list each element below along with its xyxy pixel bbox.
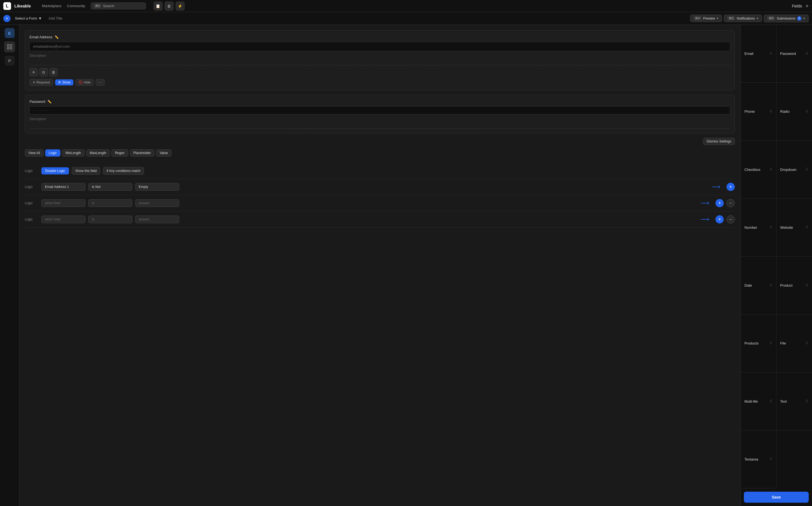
nav-marketplace[interactable]: Marketplace bbox=[42, 4, 62, 8]
field-item-name: Products bbox=[744, 341, 758, 345]
save-button[interactable]: Save bbox=[744, 492, 809, 503]
drag-handle-icon[interactable]: ⠿ bbox=[770, 52, 772, 56]
field-item-dropdown[interactable]: Dropdown ⠿ bbox=[777, 141, 812, 199]
logic-row4-value[interactable]: answer bbox=[135, 216, 179, 223]
logic-row2-field[interactable]: Email Address 1 bbox=[42, 183, 85, 191]
drag-handle-icon[interactable]: ⠿ bbox=[770, 226, 772, 229]
sidebar-password-icon[interactable]: P bbox=[5, 56, 15, 66]
add-field-button[interactable]: + bbox=[805, 3, 809, 9]
logic-row-2: Logic Email Address 1 Is Not Empty ⟶ + bbox=[25, 179, 735, 195]
drag-handle-icon[interactable]: ⠿ bbox=[770, 168, 772, 171]
drag-handle-icon[interactable]: ⠿ bbox=[770, 457, 772, 461]
field-item-radio[interactable]: Radio ⠿ bbox=[777, 83, 812, 141]
drag-handle-icon[interactable]: ⠿ bbox=[806, 110, 808, 113]
brand-name: Likeable bbox=[14, 4, 31, 8]
drag-handle-icon[interactable]: ⠿ bbox=[806, 226, 808, 229]
preview-label: Preview bbox=[703, 16, 715, 20]
drag-handle-icon[interactable]: ⠿ bbox=[770, 341, 772, 345]
nav-center: Marketplace Community ⌘Z Search 📋 🗑 ⚡ bbox=[42, 2, 184, 10]
field-item-text[interactable]: Text ⠿ bbox=[777, 372, 812, 430]
password-edit-icon[interactable]: ✏️ bbox=[48, 100, 52, 104]
field-item-name: Multi-file bbox=[744, 399, 758, 404]
add-condition-button-2[interactable]: + bbox=[716, 199, 724, 207]
field-item-textarea[interactable]: Textarea ⠿ bbox=[741, 430, 777, 488]
add-condition-button-3[interactable]: + bbox=[716, 215, 724, 224]
search-box[interactable]: ⌘Z Search bbox=[91, 2, 146, 9]
preview-button[interactable]: ⌘X Preview + bbox=[690, 15, 722, 22]
email-edit-icon[interactable]: ✏️ bbox=[55, 35, 59, 39]
field-item-email[interactable]: Email ⠿ bbox=[741, 25, 777, 83]
field-item-multi-file[interactable]: Multi-file ⠿ bbox=[741, 372, 777, 430]
submissions-button[interactable]: ⌘B Submissions 0 + bbox=[764, 15, 809, 22]
drag-handle-icon[interactable]: ⠿ bbox=[806, 52, 808, 56]
show-field-pill[interactable]: Show this field bbox=[72, 167, 100, 175]
logic-row2-value[interactable]: Empty bbox=[135, 183, 179, 191]
email-move-icon[interactable]: ✛ bbox=[29, 68, 38, 76]
tab-logic[interactable]: Logic bbox=[45, 149, 60, 157]
action-group: ⌘X Preview + ⌘E Notifications + ⌘B Submi… bbox=[690, 15, 809, 22]
tab-regex[interactable]: Regex bbox=[112, 149, 128, 157]
add-condition-button-1[interactable]: + bbox=[727, 183, 735, 191]
field-item-date[interactable]: Date ⠿ bbox=[741, 257, 777, 315]
drag-handle-icon[interactable]: ⠿ bbox=[806, 399, 808, 403]
field-item-checkbox[interactable]: Checkbox ⠿ bbox=[741, 141, 777, 199]
sidebar-grid-icon[interactable] bbox=[4, 41, 15, 52]
email-input[interactable] bbox=[29, 42, 730, 51]
field-item-name: Email bbox=[744, 52, 753, 56]
clipboard-icon-btn[interactable]: 📋 bbox=[154, 2, 162, 10]
logic-row4-label: Logic bbox=[25, 218, 39, 221]
field-item-phone[interactable]: Phone ⠿ bbox=[741, 83, 777, 141]
field-item-file[interactable]: File ⠿ bbox=[777, 315, 812, 372]
notifications-button[interactable]: ⌘E Notifications + bbox=[724, 15, 762, 22]
fields-label: Fields bbox=[792, 4, 802, 8]
field-item-name: Password bbox=[780, 52, 796, 56]
tab-placeholder[interactable]: Placeholder bbox=[130, 149, 154, 157]
more-options-button[interactable]: ··· bbox=[96, 79, 104, 86]
dismiss-settings-button[interactable]: Dismiss Settings bbox=[703, 138, 735, 145]
hide-badge[interactable]: 🚫 Hide bbox=[76, 79, 94, 86]
submissions-label: Submissions bbox=[777, 16, 796, 20]
conditions-match-pill[interactable]: if Any conditions match bbox=[103, 167, 144, 175]
drag-handle-icon[interactable]: ⠿ bbox=[806, 341, 808, 345]
add-title-text: Add Title bbox=[49, 16, 63, 20]
drag-handle-icon[interactable]: ⠿ bbox=[770, 283, 772, 287]
svg-rect-2 bbox=[7, 48, 9, 49]
field-item-products[interactable]: Products ⠿ bbox=[741, 315, 777, 372]
logic-row3-field[interactable]: which field bbox=[42, 199, 85, 207]
logic-row3-value[interactable]: answer bbox=[135, 199, 179, 207]
drag-handle-icon[interactable]: ⠿ bbox=[770, 110, 772, 113]
show-badge[interactable]: 👁 Show bbox=[55, 79, 73, 85]
right-panel: Email ⠿ Password ⠿ Phone ⠿ Radio ⠿ Check… bbox=[740, 25, 812, 506]
email-copy-icon[interactable]: ⧉ bbox=[40, 68, 48, 76]
sidebar-e-letter: E bbox=[8, 31, 11, 35]
logic-row2-operator[interactable]: Is Not bbox=[88, 183, 132, 191]
drag-handle-icon[interactable]: ⠿ bbox=[770, 399, 772, 403]
logic-row4-field[interactable]: which field bbox=[42, 216, 85, 223]
remove-condition-button-2[interactable]: − bbox=[727, 215, 735, 224]
field-item-website[interactable]: Website ⠿ bbox=[777, 199, 812, 257]
logo: L bbox=[3, 2, 11, 10]
drag-handle-icon[interactable]: ⠿ bbox=[806, 168, 808, 171]
field-item-password[interactable]: Password ⠿ bbox=[777, 25, 812, 83]
logic-row3-operator[interactable]: is bbox=[88, 199, 132, 207]
nav-community[interactable]: Community bbox=[67, 4, 85, 8]
add-form-button[interactable]: + bbox=[3, 15, 10, 22]
tab-maxlength[interactable]: MaxLength bbox=[86, 149, 110, 157]
hide-label: Hide bbox=[84, 80, 91, 84]
tab-minlength[interactable]: MinLength bbox=[62, 149, 85, 157]
search-kbd: ⌘Z bbox=[94, 4, 101, 8]
form-select[interactable]: Select a Form ▼ bbox=[13, 15, 44, 21]
required-badge[interactable]: ✦ Required bbox=[29, 79, 53, 86]
tab-value[interactable]: Value bbox=[156, 149, 171, 157]
drag-handle-icon[interactable]: ⠿ bbox=[806, 283, 808, 287]
sidebar-email-icon[interactable]: E bbox=[5, 28, 15, 38]
bolt-icon-btn[interactable]: ⚡ bbox=[176, 2, 184, 10]
field-item-number[interactable]: Number ⠿ bbox=[741, 199, 777, 257]
remove-condition-button-1[interactable]: − bbox=[727, 199, 735, 207]
tab-view-all[interactable]: View All bbox=[25, 149, 44, 157]
disable-logic-button[interactable]: Disable Logic bbox=[42, 167, 69, 174]
email-delete-icon[interactable]: 🗑 bbox=[49, 68, 58, 76]
trash-icon-btn[interactable]: 🗑 bbox=[165, 2, 173, 10]
field-item-product[interactable]: Product ⠿ bbox=[777, 257, 812, 315]
logic-row4-operator[interactable]: is bbox=[88, 216, 132, 223]
